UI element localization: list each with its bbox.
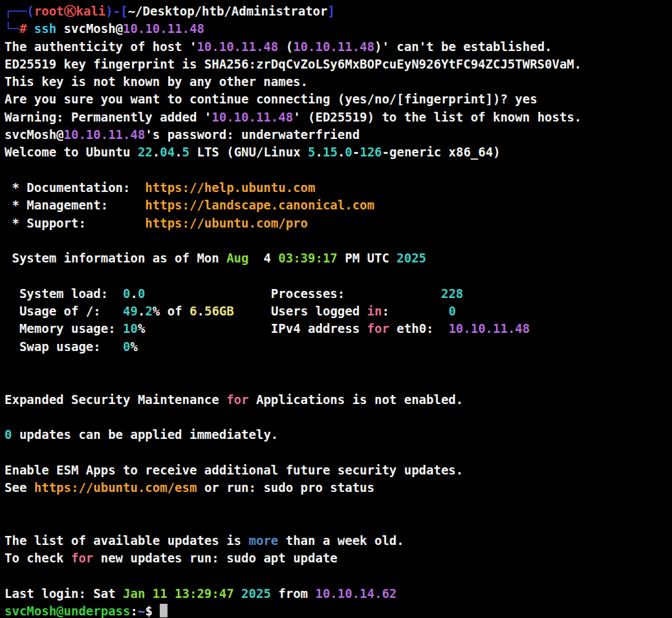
text-segment: The authenticity of host ' — [5, 39, 197, 54]
text-segment: https://ubuntu.com/esm — [34, 480, 197, 495]
text-segment: . — [130, 286, 137, 301]
terminal-line: ┌──(rootⓀkali)-[~/Desktop/htb/Administra… — [5, 3, 672, 20]
terminal-line — [5, 267, 672, 284]
text-segment: . — [316, 145, 323, 159]
terminal-line: * Management: https://landscape.canonica… — [5, 197, 672, 214]
text-segment: 10.10.11.48 — [448, 321, 530, 336]
terminal-line — [5, 356, 672, 373]
text-segment: Swap usage: — [5, 339, 123, 354]
terminal-line — [5, 232, 672, 250]
text-segment: 's password: underwaterfriend — [145, 127, 360, 142]
text-segment: . — [338, 145, 345, 159]
text-segment: ( — [278, 39, 293, 54]
terminal-line: Last login: Sat Jan 11 13:29:47 2025 fro… — [5, 585, 672, 602]
terminal-line — [5, 568, 672, 585]
text-segment: 22 — [138, 145, 153, 159]
text-segment: 10.10.11.48 — [211, 110, 293, 124]
terminal-line: Enable ESM Apps to receive additional fu… — [5, 462, 672, 479]
text-segment: * Management: — [5, 198, 145, 212]
text-segment: % — [138, 321, 145, 336]
terminal-line: The authenticity of host '10.10.11.48 (1… — [5, 38, 672, 56]
terminal-line — [5, 443, 672, 461]
text-segment: ~ — [138, 604, 145, 618]
text-segment — [27, 21, 34, 36]
text-segment: Aug — [226, 251, 248, 265]
text-segment: PM UTC — [338, 251, 397, 265]
text-segment: To check — [5, 551, 71, 565]
text-segment: 10.10.14.62 — [315, 586, 396, 601]
text-segment: 2025 — [241, 586, 271, 601]
text-segment: % — [130, 339, 137, 354]
text-segment: % of — [153, 304, 190, 318]
text-segment: System information as of Mon — [5, 251, 226, 265]
text-segment: 49 — [123, 304, 138, 318]
text-segment: Welcome to Ubuntu — [5, 145, 138, 159]
text-segment: - — [352, 145, 360, 159]
text-segment: or run: sudo pro status — [197, 480, 374, 495]
text-segment: https://help.ubuntu.com — [145, 180, 315, 195]
text-segment: -generic x86_64) — [382, 145, 501, 159]
text-segment: Warning: Permanently added ' — [5, 110, 211, 124]
text-segment: Applications is not enabled. — [249, 392, 464, 407]
text-segment: Expanded Security Maintenance — [5, 392, 226, 407]
terminal-line: Welcome to Ubuntu 22.04.5 LTS (GNU/Linux… — [5, 144, 672, 161]
text-segment: This key is not known by any other names… — [5, 74, 308, 89]
text-segment: ~/Desktop/htb/Administrator — [128, 4, 328, 18]
text-segment: Jan 11 13:29:47 — [123, 586, 234, 601]
text-segment: 126 — [360, 145, 382, 159]
text-segment: 04 — [160, 145, 175, 159]
text-segment: than a week old. — [278, 533, 404, 548]
text-segment: └─ — [5, 21, 19, 36]
text-segment: https://landscape.canonical.com — [145, 198, 374, 212]
text-segment: 228 — [441, 286, 463, 301]
text-segment: 10.10.11.48 — [197, 39, 278, 54]
text-segment: * Documentation: — [5, 180, 145, 195]
text-segment: eth0: — [389, 321, 449, 336]
text-segment: : — [130, 604, 137, 618]
text-segment: root — [34, 4, 64, 18]
cursor — [160, 604, 168, 617]
terminal-line: Memory usage: 10% IPv4 address for eth0:… — [5, 320, 672, 337]
text-segment: )' can't be established. — [374, 39, 552, 54]
text-segment: 10.10.11.48 — [123, 21, 204, 36]
terminal-line: └─# ssh svcMosh@10.10.11.48 — [5, 20, 672, 37]
text-segment: svcMosh@underpass — [5, 604, 130, 618]
text-segment: 0 — [138, 286, 145, 301]
text-segment: 0 — [123, 286, 130, 301]
text-segment: ┌──( — [5, 4, 34, 18]
text-segment: Last login: Sat — [5, 586, 123, 601]
terminal-line — [5, 373, 672, 390]
terminal-screen[interactable]: ┌──(rootⓀkali)-[~/Desktop/htb/Administra… — [0, 0, 672, 618]
text-segment: . — [197, 304, 204, 318]
text-segment: 0 — [345, 145, 352, 159]
terminal-line: Usage of /: 49.2% of 6.56GB Users logged… — [5, 303, 672, 320]
text-segment: 5 — [182, 145, 190, 159]
text-segment: in — [367, 304, 382, 318]
terminal-line: System information as of Mon Aug 4 03:39… — [5, 250, 672, 267]
text-segment: https://ubuntu.com/pro — [145, 216, 308, 230]
text-segment: Memory usage: — [5, 321, 123, 336]
text-segment: Enable ESM Apps to receive additional fu… — [5, 463, 463, 477]
terminal-line: * Support: https://ubuntu.com/pro — [5, 215, 672, 232]
text-segment: The list of available updates is — [5, 533, 249, 548]
text-segment — [234, 586, 241, 601]
text-segment: # — [19, 21, 27, 36]
text-segment: : — [382, 304, 449, 318]
text-segment: 10.10.11.48 — [293, 39, 374, 54]
terminal-line: Are you sure you want to continue connec… — [5, 91, 672, 108]
text-segment: 6 — [190, 304, 197, 318]
terminal-line: svcMosh@underpass:~$ — [5, 602, 672, 618]
terminal-line: Swap usage: 0% — [5, 338, 672, 356]
text-segment: 0 — [5, 427, 12, 442]
text-segment: new updates run: sudo apt update — [93, 551, 338, 565]
text-segment: . — [138, 304, 145, 318]
terminal-line: See https://ubuntu.com/esm or run: sudo … — [5, 479, 672, 496]
text-segment: 0 — [123, 339, 130, 354]
text-segment: $ — [145, 604, 160, 618]
text-segment: for — [71, 551, 93, 565]
text-segment: * Support: — [5, 216, 145, 230]
terminal-line — [5, 409, 672, 426]
terminal-line: Expanded Security Maintenance for Applic… — [5, 391, 672, 409]
text-segment: )-[ — [105, 4, 127, 18]
text-segment: kali — [76, 4, 106, 18]
